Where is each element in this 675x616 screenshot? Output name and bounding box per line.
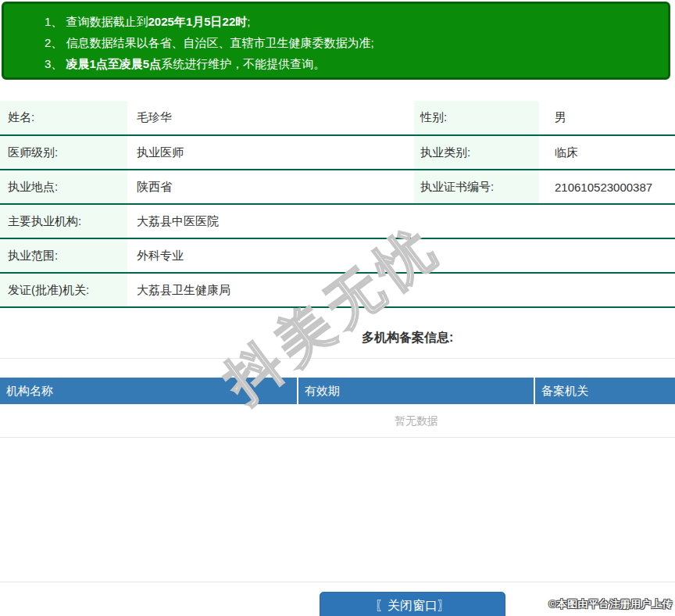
column-header-filing-authority: 备案机关 bbox=[534, 378, 673, 404]
name-label: 姓名: bbox=[0, 101, 127, 135]
notice-line-1: 1、 查询数据截止到2025年1月5日22时; bbox=[45, 11, 660, 32]
multi-institution-section-title: 多机构备案信息: bbox=[0, 317, 675, 359]
notice-line-1-suffix: ; bbox=[247, 15, 250, 28]
issuing-authority-value: 大荔县卫生健康局 bbox=[127, 273, 675, 307]
gender-value: 男 bbox=[539, 101, 675, 135]
table-row: 执业地点: 陕西省 执业证书编号: 210610523000387 bbox=[0, 170, 675, 204]
table-row: 姓名: 毛珍华 性别: 男 bbox=[0, 101, 675, 135]
column-header-validity-period: 有效期 bbox=[297, 378, 534, 404]
doctor-level-label: 医师级别: bbox=[0, 135, 127, 170]
practice-location-label: 执业地点: bbox=[0, 170, 127, 204]
table-row: 医师级别: 执业医师 执业类别: 临床 bbox=[0, 135, 675, 170]
practice-category-label: 执业类别: bbox=[414, 135, 539, 170]
notice-line-3-bold: 凌晨1点至凌晨5点 bbox=[66, 57, 162, 70]
empty-data-text: 暂无数据 bbox=[395, 414, 438, 427]
column-header-institution-name: 机构名称 bbox=[0, 378, 297, 404]
doctor-info-table: 姓名: 毛珍华 性别: 男 医师级别: 执业医师 执业类别: 临床 执业地点: … bbox=[0, 101, 675, 308]
notice-line-2: 2、 信息数据结果以各省、自治区、直辖市卫生健康委数据为准; bbox=[45, 32, 660, 53]
notice-line-2-text: 2、 信息数据结果以各省、自治区、直辖市卫生健康委数据为准; bbox=[45, 36, 374, 49]
main-institution-label: 主要执业机构: bbox=[0, 204, 127, 238]
practice-scope-label: 执业范围: bbox=[0, 238, 127, 273]
section-title-text: 多机构备案信息: bbox=[362, 331, 453, 344]
notice-line-3: 3、 凌晨1点至凌晨5点系统进行维护，不能提供查询。 bbox=[45, 53, 660, 74]
practice-scope-value: 外科专业 bbox=[127, 238, 675, 273]
copyright-watermark-text: ©本图由平台注册用户上传 bbox=[548, 597, 673, 611]
table-row: 主要执业机构: 大荔县中医医院 bbox=[0, 204, 675, 238]
main-institution-value: 大荔县中医医院 bbox=[127, 204, 675, 238]
doctor-level-value: 执业医师 bbox=[127, 135, 414, 170]
records-table-header: 机构名称 有效期 备案机关 bbox=[0, 378, 675, 404]
notice-line-3-suffix: 系统进行维护，不能提供查询。 bbox=[161, 57, 325, 70]
gender-label: 性别: bbox=[414, 101, 539, 135]
certificate-number-label: 执业证书编号: bbox=[414, 170, 539, 204]
close-window-button[interactable]: 〖关闭窗口〗 bbox=[320, 592, 505, 616]
records-empty-row: 暂无数据 bbox=[0, 404, 675, 438]
table-row: 执业范围: 外科专业 bbox=[0, 238, 675, 273]
notice-line-3-text: 3、 bbox=[45, 57, 66, 70]
name-value: 毛珍华 bbox=[127, 101, 414, 135]
issuing-authority-label: 发证(批准)机关: bbox=[0, 273, 127, 307]
practice-category-value: 临床 bbox=[539, 135, 675, 170]
doctor-license-result-page: 1、 查询数据截止到2025年1月5日22时; 2、 信息数据结果以各省、自治区… bbox=[0, 0, 675, 616]
table-row: 发证(批准)机关: 大荔县卫生健康局 bbox=[0, 273, 675, 307]
certificate-number-value: 210610523000387 bbox=[539, 170, 675, 204]
notice-line-1-text: 1、 查询数据截止到 bbox=[45, 15, 148, 28]
notice-line-1-bold: 2025年1月5日22时 bbox=[148, 15, 248, 28]
footer-divider bbox=[0, 582, 675, 582]
notice-banner: 1、 查询数据截止到2025年1月5日22时; 2、 信息数据结果以各省、自治区… bbox=[2, 2, 670, 80]
practice-location-value: 陕西省 bbox=[127, 170, 414, 204]
